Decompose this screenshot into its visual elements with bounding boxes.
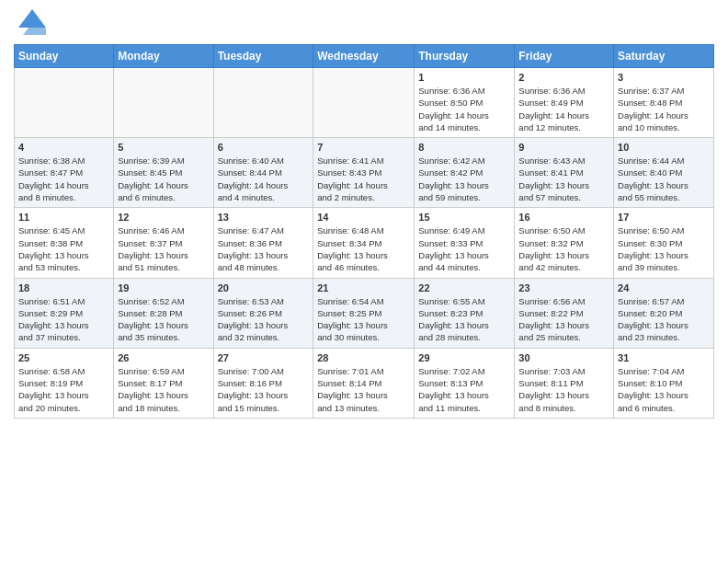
day-number: 11 — [18, 212, 109, 223]
day-info: Sunrise: 6:51 AM Sunset: 8:29 PM Dayligh… — [18, 295, 109, 344]
calendar-cell: 3Sunrise: 6:37 AM Sunset: 8:48 PM Daylig… — [614, 68, 714, 138]
day-number: 27 — [218, 352, 310, 363]
weekday-header-thursday: Thursday — [415, 45, 515, 68]
calendar-cell: 1Sunrise: 6:36 AM Sunset: 8:50 PM Daylig… — [415, 68, 515, 138]
day-info: Sunrise: 6:53 AM Sunset: 8:26 PM Dayligh… — [218, 295, 310, 344]
calendar-cell — [313, 68, 415, 138]
day-number: 6 — [218, 142, 310, 153]
weekday-header-friday: Friday — [515, 45, 614, 68]
calendar-cell — [15, 68, 114, 138]
day-info: Sunrise: 6:56 AM Sunset: 8:22 PM Dayligh… — [518, 295, 609, 344]
calendar-cell: 17Sunrise: 6:50 AM Sunset: 8:30 PM Dayli… — [614, 208, 714, 278]
page: SundayMondayTuesdayWednesdayThursdayFrid… — [0, 0, 728, 563]
day-number: 1 — [418, 72, 510, 83]
day-info: Sunrise: 6:44 AM Sunset: 8:40 PM Dayligh… — [618, 155, 710, 203]
calendar-cell: 26Sunrise: 6:59 AM Sunset: 8:17 PM Dayli… — [114, 348, 213, 418]
day-number: 19 — [118, 282, 209, 293]
day-info: Sunrise: 6:59 AM Sunset: 8:17 PM Dayligh… — [118, 365, 209, 414]
day-info: Sunrise: 6:49 AM Sunset: 8:33 PM Dayligh… — [418, 224, 510, 273]
calendar-cell: 5Sunrise: 6:39 AM Sunset: 8:45 PM Daylig… — [114, 138, 213, 208]
calendar-cell: 29Sunrise: 7:02 AM Sunset: 8:13 PM Dayli… — [415, 348, 515, 418]
week-row-5: 25Sunrise: 6:58 AM Sunset: 8:19 PM Dayli… — [15, 348, 714, 418]
calendar-cell: 8Sunrise: 6:42 AM Sunset: 8:42 PM Daylig… — [415, 138, 515, 208]
day-info: Sunrise: 6:43 AM Sunset: 8:41 PM Dayligh… — [518, 155, 609, 203]
day-info: Sunrise: 6:40 AM Sunset: 8:44 PM Dayligh… — [218, 155, 310, 203]
day-info: Sunrise: 6:57 AM Sunset: 8:20 PM Dayligh… — [618, 295, 710, 344]
day-number: 31 — [618, 352, 710, 363]
weekday-header-row: SundayMondayTuesdayWednesdayThursdayFrid… — [15, 45, 714, 68]
day-number: 13 — [218, 212, 310, 223]
day-number: 20 — [218, 282, 310, 293]
day-number: 18 — [18, 282, 109, 293]
weekday-header-saturday: Saturday — [614, 45, 714, 68]
calendar-cell: 28Sunrise: 7:01 AM Sunset: 8:14 PM Dayli… — [313, 348, 415, 418]
day-info: Sunrise: 7:01 AM Sunset: 8:14 PM Dayligh… — [317, 365, 410, 414]
day-info: Sunrise: 6:52 AM Sunset: 8:28 PM Dayligh… — [118, 295, 209, 344]
calendar-table: SundayMondayTuesdayWednesdayThursdayFrid… — [14, 44, 714, 419]
day-info: Sunrise: 6:58 AM Sunset: 8:19 PM Dayligh… — [18, 365, 109, 414]
day-number: 16 — [518, 212, 609, 223]
calendar-cell — [213, 68, 313, 138]
calendar-cell: 30Sunrise: 7:03 AM Sunset: 8:11 PM Dayli… — [515, 348, 614, 418]
calendar-cell: 9Sunrise: 6:43 AM Sunset: 8:41 PM Daylig… — [515, 138, 614, 208]
day-number: 8 — [418, 142, 510, 153]
day-info: Sunrise: 6:55 AM Sunset: 8:23 PM Dayligh… — [418, 295, 510, 344]
day-number: 5 — [118, 142, 209, 153]
day-info: Sunrise: 7:03 AM Sunset: 8:11 PM Dayligh… — [518, 365, 609, 414]
day-number: 24 — [618, 282, 710, 293]
day-number: 14 — [317, 212, 410, 223]
day-number: 10 — [618, 142, 710, 153]
calendar-cell: 15Sunrise: 6:49 AM Sunset: 8:33 PM Dayli… — [415, 208, 515, 278]
day-number: 22 — [418, 282, 510, 293]
day-number: 21 — [317, 282, 410, 293]
calendar-cell: 18Sunrise: 6:51 AM Sunset: 8:29 PM Dayli… — [15, 278, 114, 348]
day-number: 9 — [518, 142, 609, 153]
week-row-4: 18Sunrise: 6:51 AM Sunset: 8:29 PM Dayli… — [15, 278, 714, 348]
calendar-cell: 13Sunrise: 6:47 AM Sunset: 8:36 PM Dayli… — [213, 208, 313, 278]
logo — [14, 14, 46, 37]
calendar-cell: 22Sunrise: 6:55 AM Sunset: 8:23 PM Dayli… — [415, 278, 515, 348]
day-number: 28 — [317, 352, 410, 363]
weekday-header-sunday: Sunday — [15, 45, 114, 68]
calendar-cell: 10Sunrise: 6:44 AM Sunset: 8:40 PM Dayli… — [614, 138, 714, 208]
day-info: Sunrise: 6:36 AM Sunset: 8:50 PM Dayligh… — [418, 85, 510, 133]
calendar-cell: 7Sunrise: 6:41 AM Sunset: 8:43 PM Daylig… — [313, 138, 415, 208]
logo-icon — [18, 9, 46, 37]
day-number: 7 — [317, 142, 410, 153]
calendar-cell: 21Sunrise: 6:54 AM Sunset: 8:25 PM Dayli… — [313, 278, 415, 348]
day-info: Sunrise: 7:04 AM Sunset: 8:10 PM Dayligh… — [618, 365, 710, 414]
day-number: 17 — [618, 212, 710, 223]
day-number: 26 — [118, 352, 209, 363]
day-info: Sunrise: 6:42 AM Sunset: 8:42 PM Dayligh… — [418, 155, 510, 203]
day-info: Sunrise: 6:38 AM Sunset: 8:47 PM Dayligh… — [18, 155, 109, 203]
calendar-cell: 14Sunrise: 6:48 AM Sunset: 8:34 PM Dayli… — [313, 208, 415, 278]
day-info: Sunrise: 6:46 AM Sunset: 8:37 PM Dayligh… — [118, 224, 209, 273]
day-number: 12 — [118, 212, 209, 223]
day-info: Sunrise: 6:54 AM Sunset: 8:25 PM Dayligh… — [317, 295, 410, 344]
week-row-2: 4Sunrise: 6:38 AM Sunset: 8:47 PM Daylig… — [15, 138, 714, 208]
calendar-cell: 24Sunrise: 6:57 AM Sunset: 8:20 PM Dayli… — [614, 278, 714, 348]
day-info: Sunrise: 6:45 AM Sunset: 8:38 PM Dayligh… — [18, 224, 109, 273]
calendar-cell: 20Sunrise: 6:53 AM Sunset: 8:26 PM Dayli… — [213, 278, 313, 348]
day-info: Sunrise: 6:50 AM Sunset: 8:32 PM Dayligh… — [518, 224, 609, 273]
calendar-cell: 27Sunrise: 7:00 AM Sunset: 8:16 PM Dayli… — [213, 348, 313, 418]
week-row-3: 11Sunrise: 6:45 AM Sunset: 8:38 PM Dayli… — [15, 208, 714, 278]
header — [14, 9, 714, 37]
calendar-cell: 2Sunrise: 6:36 AM Sunset: 8:49 PM Daylig… — [515, 68, 614, 138]
day-number: 4 — [18, 142, 109, 153]
day-info: Sunrise: 6:50 AM Sunset: 8:30 PM Dayligh… — [618, 224, 710, 273]
week-row-1: 1Sunrise: 6:36 AM Sunset: 8:50 PM Daylig… — [15, 68, 714, 138]
calendar-cell: 16Sunrise: 6:50 AM Sunset: 8:32 PM Dayli… — [515, 208, 614, 278]
day-number: 2 — [518, 72, 609, 83]
day-info: Sunrise: 6:36 AM Sunset: 8:49 PM Dayligh… — [518, 85, 609, 133]
calendar-cell: 12Sunrise: 6:46 AM Sunset: 8:37 PM Dayli… — [114, 208, 213, 278]
day-info: Sunrise: 6:41 AM Sunset: 8:43 PM Dayligh… — [317, 155, 410, 203]
weekday-header-tuesday: Tuesday — [213, 45, 313, 68]
day-info: Sunrise: 6:39 AM Sunset: 8:45 PM Dayligh… — [118, 155, 209, 203]
day-number: 23 — [518, 282, 609, 293]
day-info: Sunrise: 7:02 AM Sunset: 8:13 PM Dayligh… — [418, 365, 510, 414]
calendar-cell: 23Sunrise: 6:56 AM Sunset: 8:22 PM Dayli… — [515, 278, 614, 348]
calendar-cell: 19Sunrise: 6:52 AM Sunset: 8:28 PM Dayli… — [114, 278, 213, 348]
calendar-cell: 4Sunrise: 6:38 AM Sunset: 8:47 PM Daylig… — [15, 138, 114, 208]
day-number: 15 — [418, 212, 510, 223]
